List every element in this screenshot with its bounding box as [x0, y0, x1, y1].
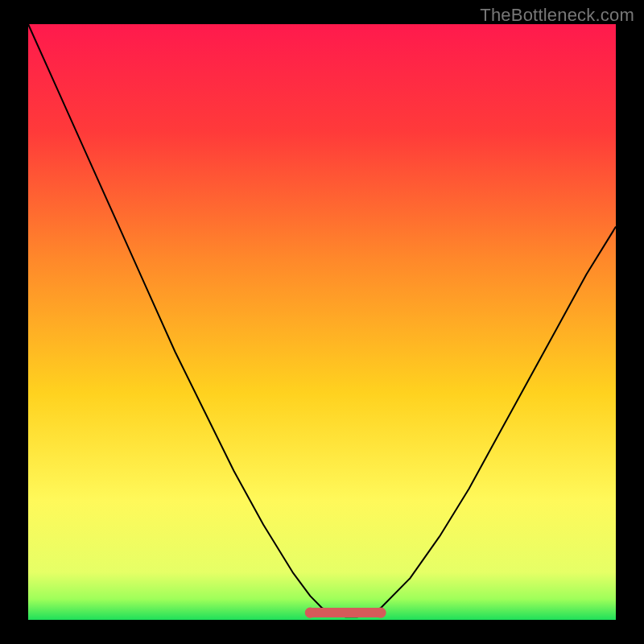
chart-svg	[0, 0, 644, 644]
plot-background	[28, 24, 616, 620]
watermark-text: TheBottleneck.com	[480, 5, 634, 26]
annotation-valley_marker-endpoint-0	[305, 608, 316, 618]
annotation-valley_marker-endpoint-1	[375, 608, 386, 618]
chart-canvas: TheBottleneck.com	[0, 0, 644, 644]
